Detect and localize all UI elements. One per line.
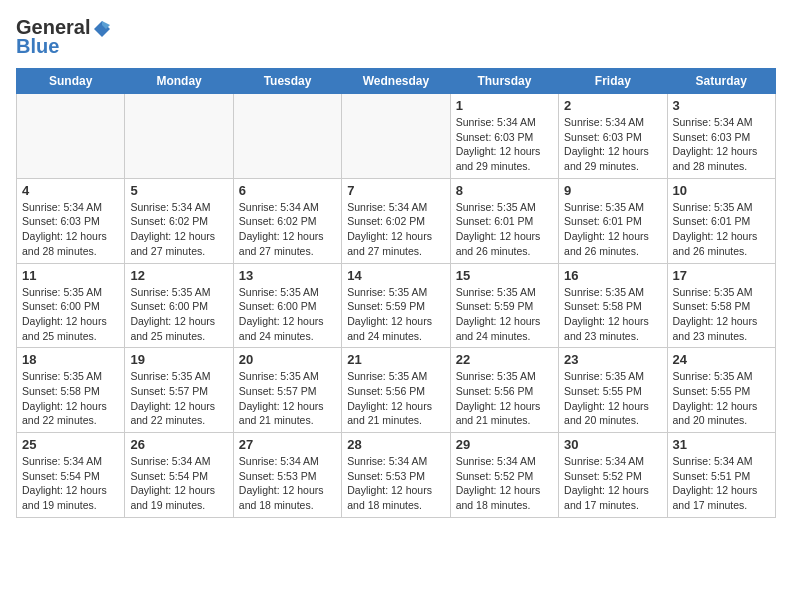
calendar-day-cell: 27Sunrise: 5:34 AM Sunset: 5:53 PM Dayli… xyxy=(233,433,341,518)
day-content: Sunrise: 5:34 AM Sunset: 5:54 PM Dayligh… xyxy=(22,454,119,513)
day-number: 25 xyxy=(22,437,119,452)
calendar-day-cell: 13Sunrise: 5:35 AM Sunset: 6:00 PM Dayli… xyxy=(233,263,341,348)
calendar-day-cell: 1Sunrise: 5:34 AM Sunset: 6:03 PM Daylig… xyxy=(450,94,558,179)
calendar-day-header: Thursday xyxy=(450,69,558,94)
day-number: 15 xyxy=(456,268,553,283)
day-number: 29 xyxy=(456,437,553,452)
calendar-week-row: 4Sunrise: 5:34 AM Sunset: 6:03 PM Daylig… xyxy=(17,178,776,263)
calendar-day-cell: 2Sunrise: 5:34 AM Sunset: 6:03 PM Daylig… xyxy=(559,94,667,179)
calendar-day-cell: 10Sunrise: 5:35 AM Sunset: 6:01 PM Dayli… xyxy=(667,178,775,263)
calendar-day-cell: 7Sunrise: 5:34 AM Sunset: 6:02 PM Daylig… xyxy=(342,178,450,263)
calendar-day-cell: 31Sunrise: 5:34 AM Sunset: 5:51 PM Dayli… xyxy=(667,433,775,518)
day-number: 24 xyxy=(673,352,770,367)
calendar-day-cell: 16Sunrise: 5:35 AM Sunset: 5:58 PM Dayli… xyxy=(559,263,667,348)
day-number: 11 xyxy=(22,268,119,283)
day-content: Sunrise: 5:35 AM Sunset: 5:58 PM Dayligh… xyxy=(564,285,661,344)
day-number: 14 xyxy=(347,268,444,283)
calendar-day-cell: 14Sunrise: 5:35 AM Sunset: 5:59 PM Dayli… xyxy=(342,263,450,348)
calendar-day-header: Sunday xyxy=(17,69,125,94)
day-content: Sunrise: 5:34 AM Sunset: 5:53 PM Dayligh… xyxy=(347,454,444,513)
day-number: 26 xyxy=(130,437,227,452)
day-number: 27 xyxy=(239,437,336,452)
day-number: 28 xyxy=(347,437,444,452)
calendar-day-header: Friday xyxy=(559,69,667,94)
calendar-week-row: 25Sunrise: 5:34 AM Sunset: 5:54 PM Dayli… xyxy=(17,433,776,518)
calendar-day-cell: 3Sunrise: 5:34 AM Sunset: 6:03 PM Daylig… xyxy=(667,94,775,179)
day-content: Sunrise: 5:35 AM Sunset: 5:59 PM Dayligh… xyxy=(347,285,444,344)
day-content: Sunrise: 5:34 AM Sunset: 6:02 PM Dayligh… xyxy=(239,200,336,259)
day-number: 16 xyxy=(564,268,661,283)
day-content: Sunrise: 5:34 AM Sunset: 6:03 PM Dayligh… xyxy=(22,200,119,259)
day-number: 19 xyxy=(130,352,227,367)
day-content: Sunrise: 5:35 AM Sunset: 6:00 PM Dayligh… xyxy=(239,285,336,344)
day-content: Sunrise: 5:35 AM Sunset: 5:56 PM Dayligh… xyxy=(347,369,444,428)
calendar-day-cell xyxy=(342,94,450,179)
calendar-day-cell: 9Sunrise: 5:35 AM Sunset: 6:01 PM Daylig… xyxy=(559,178,667,263)
calendar-day-header: Wednesday xyxy=(342,69,450,94)
day-number: 21 xyxy=(347,352,444,367)
calendar-week-row: 18Sunrise: 5:35 AM Sunset: 5:58 PM Dayli… xyxy=(17,348,776,433)
calendar-day-cell: 30Sunrise: 5:34 AM Sunset: 5:52 PM Dayli… xyxy=(559,433,667,518)
day-number: 22 xyxy=(456,352,553,367)
logo-blue-text: Blue xyxy=(16,35,59,58)
day-content: Sunrise: 5:35 AM Sunset: 5:56 PM Dayligh… xyxy=(456,369,553,428)
calendar-day-cell: 11Sunrise: 5:35 AM Sunset: 6:00 PM Dayli… xyxy=(17,263,125,348)
day-number: 18 xyxy=(22,352,119,367)
day-content: Sunrise: 5:35 AM Sunset: 6:01 PM Dayligh… xyxy=(564,200,661,259)
day-content: Sunrise: 5:35 AM Sunset: 5:55 PM Dayligh… xyxy=(564,369,661,428)
day-number: 31 xyxy=(673,437,770,452)
calendar-day-cell: 4Sunrise: 5:34 AM Sunset: 6:03 PM Daylig… xyxy=(17,178,125,263)
calendar-day-cell: 23Sunrise: 5:35 AM Sunset: 5:55 PM Dayli… xyxy=(559,348,667,433)
calendar-day-cell: 25Sunrise: 5:34 AM Sunset: 5:54 PM Dayli… xyxy=(17,433,125,518)
day-number: 23 xyxy=(564,352,661,367)
calendar-day-header: Monday xyxy=(125,69,233,94)
calendar-day-cell: 12Sunrise: 5:35 AM Sunset: 6:00 PM Dayli… xyxy=(125,263,233,348)
day-number: 4 xyxy=(22,183,119,198)
day-content: Sunrise: 5:34 AM Sunset: 6:03 PM Dayligh… xyxy=(456,115,553,174)
calendar-day-cell: 21Sunrise: 5:35 AM Sunset: 5:56 PM Dayli… xyxy=(342,348,450,433)
calendar-day-header: Saturday xyxy=(667,69,775,94)
day-content: Sunrise: 5:35 AM Sunset: 5:57 PM Dayligh… xyxy=(130,369,227,428)
day-number: 2 xyxy=(564,98,661,113)
calendar-day-cell: 15Sunrise: 5:35 AM Sunset: 5:59 PM Dayli… xyxy=(450,263,558,348)
day-number: 1 xyxy=(456,98,553,113)
day-content: Sunrise: 5:34 AM Sunset: 6:02 PM Dayligh… xyxy=(347,200,444,259)
calendar-day-cell: 18Sunrise: 5:35 AM Sunset: 5:58 PM Dayli… xyxy=(17,348,125,433)
day-content: Sunrise: 5:34 AM Sunset: 5:52 PM Dayligh… xyxy=(456,454,553,513)
day-content: Sunrise: 5:34 AM Sunset: 6:02 PM Dayligh… xyxy=(130,200,227,259)
day-number: 30 xyxy=(564,437,661,452)
calendar-header-row: SundayMondayTuesdayWednesdayThursdayFrid… xyxy=(17,69,776,94)
day-number: 9 xyxy=(564,183,661,198)
calendar-day-cell: 8Sunrise: 5:35 AM Sunset: 6:01 PM Daylig… xyxy=(450,178,558,263)
day-number: 6 xyxy=(239,183,336,198)
calendar-day-cell: 17Sunrise: 5:35 AM Sunset: 5:58 PM Dayli… xyxy=(667,263,775,348)
logo-icon xyxy=(92,19,112,39)
calendar-day-cell: 19Sunrise: 5:35 AM Sunset: 5:57 PM Dayli… xyxy=(125,348,233,433)
calendar-day-header: Tuesday xyxy=(233,69,341,94)
day-content: Sunrise: 5:34 AM Sunset: 5:54 PM Dayligh… xyxy=(130,454,227,513)
day-content: Sunrise: 5:34 AM Sunset: 5:53 PM Dayligh… xyxy=(239,454,336,513)
day-content: Sunrise: 5:35 AM Sunset: 5:55 PM Dayligh… xyxy=(673,369,770,428)
calendar-day-cell: 28Sunrise: 5:34 AM Sunset: 5:53 PM Dayli… xyxy=(342,433,450,518)
calendar-day-cell: 24Sunrise: 5:35 AM Sunset: 5:55 PM Dayli… xyxy=(667,348,775,433)
day-content: Sunrise: 5:34 AM Sunset: 6:03 PM Dayligh… xyxy=(673,115,770,174)
day-number: 20 xyxy=(239,352,336,367)
calendar-day-cell xyxy=(125,94,233,179)
calendar-day-cell: 26Sunrise: 5:34 AM Sunset: 5:54 PM Dayli… xyxy=(125,433,233,518)
calendar-day-cell: 22Sunrise: 5:35 AM Sunset: 5:56 PM Dayli… xyxy=(450,348,558,433)
day-number: 7 xyxy=(347,183,444,198)
day-number: 10 xyxy=(673,183,770,198)
day-content: Sunrise: 5:35 AM Sunset: 5:59 PM Dayligh… xyxy=(456,285,553,344)
calendar-week-row: 1Sunrise: 5:34 AM Sunset: 6:03 PM Daylig… xyxy=(17,94,776,179)
calendar-day-cell xyxy=(17,94,125,179)
logo: General Blue xyxy=(16,16,112,58)
day-content: Sunrise: 5:35 AM Sunset: 5:58 PM Dayligh… xyxy=(22,369,119,428)
day-content: Sunrise: 5:34 AM Sunset: 6:03 PM Dayligh… xyxy=(564,115,661,174)
day-number: 5 xyxy=(130,183,227,198)
day-number: 13 xyxy=(239,268,336,283)
day-content: Sunrise: 5:34 AM Sunset: 5:52 PM Dayligh… xyxy=(564,454,661,513)
calendar-day-cell: 29Sunrise: 5:34 AM Sunset: 5:52 PM Dayli… xyxy=(450,433,558,518)
day-content: Sunrise: 5:35 AM Sunset: 6:00 PM Dayligh… xyxy=(130,285,227,344)
calendar-day-cell xyxy=(233,94,341,179)
day-content: Sunrise: 5:35 AM Sunset: 5:58 PM Dayligh… xyxy=(673,285,770,344)
